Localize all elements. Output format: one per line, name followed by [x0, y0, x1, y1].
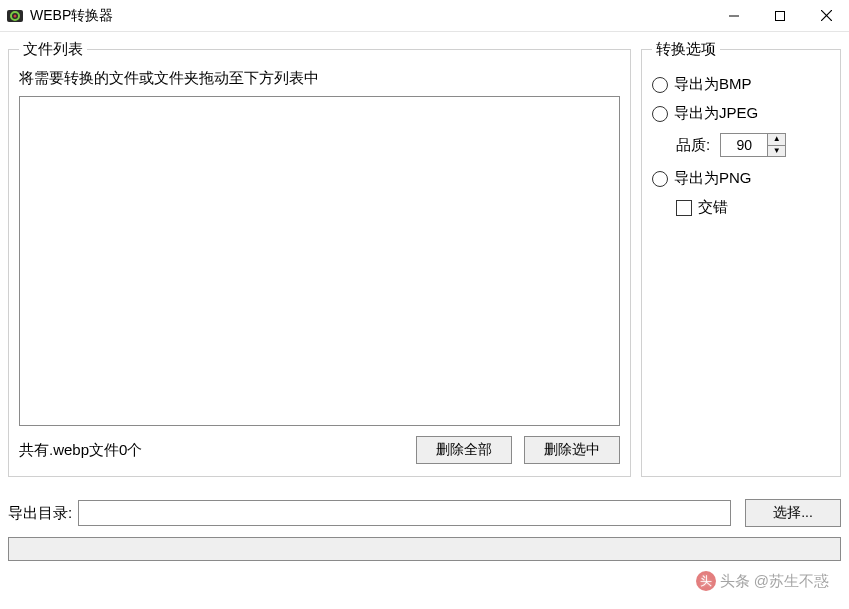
close-button[interactable] [803, 0, 849, 32]
window-title: WEBP转换器 [30, 7, 113, 25]
maximize-button[interactable] [757, 0, 803, 32]
radio-icon [652, 77, 668, 93]
interlace-checkbox[interactable]: 交错 [676, 198, 830, 217]
spinner-up-icon[interactable]: ▲ [768, 134, 785, 146]
export-bmp-radio[interactable]: 导出为BMP [652, 75, 830, 94]
watermark: 头 头条 @苏生不惑 [696, 571, 829, 591]
watermark-logo-icon: 头 [696, 571, 716, 591]
export-png-label: 导出为PNG [674, 169, 752, 188]
browse-button[interactable]: 选择... [745, 499, 841, 527]
quality-label: 品质: [676, 136, 710, 155]
export-jpeg-label: 导出为JPEG [674, 104, 758, 123]
export-png-radio[interactable]: 导出为PNG [652, 169, 830, 188]
file-list-hint: 将需要转换的文件或文件夹拖动至下方列表中 [19, 69, 620, 88]
radio-icon [652, 171, 668, 187]
options-legend: 转换选项 [652, 40, 720, 59]
checkbox-icon [676, 200, 692, 216]
quality-stepper[interactable]: ▲ ▼ [720, 133, 786, 157]
delete-selected-button[interactable]: 删除选中 [524, 436, 620, 464]
spinner-down-icon[interactable]: ▼ [768, 146, 785, 157]
watermark-text: @苏生不惑 [754, 572, 829, 591]
radio-icon [652, 106, 668, 122]
export-jpeg-radio[interactable]: 导出为JPEG [652, 104, 830, 123]
export-bmp-label: 导出为BMP [674, 75, 752, 94]
file-listbox[interactable] [19, 96, 620, 426]
options-group: 转换选项 导出为BMP 导出为JPEG 品质: ▲ ▼ [641, 40, 841, 477]
app-icon [6, 7, 24, 25]
file-list-legend: 文件列表 [19, 40, 87, 59]
export-dir-label: 导出目录: [8, 504, 72, 523]
delete-all-button[interactable]: 删除全部 [416, 436, 512, 464]
svg-point-2 [14, 14, 17, 17]
file-list-group: 文件列表 将需要转换的文件或文件夹拖动至下方列表中 共有.webp文件0个 删除… [8, 40, 631, 477]
titlebar: WEBP转换器 [0, 0, 849, 32]
svg-rect-4 [776, 11, 785, 20]
interlace-label: 交错 [698, 198, 728, 217]
progress-bar [8, 537, 841, 561]
minimize-button[interactable] [711, 0, 757, 32]
quality-input[interactable] [720, 133, 768, 157]
window-controls [711, 0, 849, 32]
file-count-label: 共有.webp文件0个 [19, 441, 142, 460]
watermark-prefix: 头条 [720, 572, 750, 591]
export-dir-input[interactable] [78, 500, 731, 526]
